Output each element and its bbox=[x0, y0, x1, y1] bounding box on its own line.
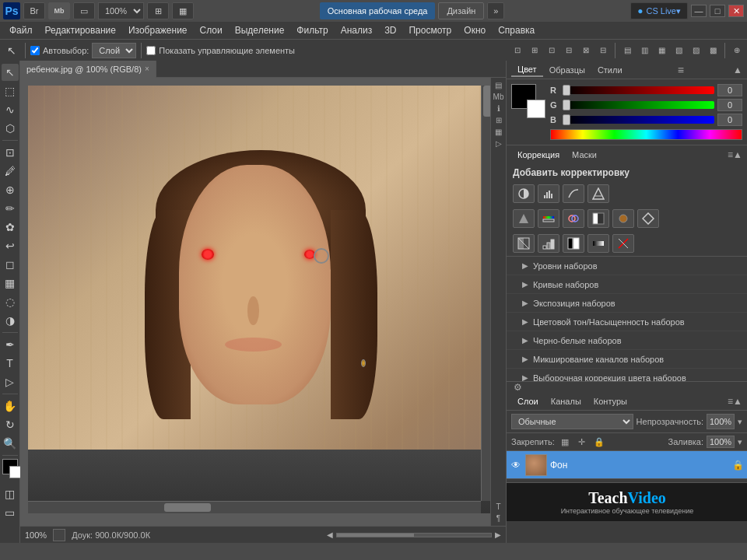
autoselect-checkbox[interactable] bbox=[30, 46, 40, 55]
menu-analysis[interactable]: Анализ bbox=[335, 22, 379, 39]
exposure-icon[interactable] bbox=[587, 184, 609, 203]
list-item-hue-sat[interactable]: ▶ Цветовой тон/Насыщенность наборов bbox=[507, 313, 747, 331]
selective-color-icon[interactable] bbox=[612, 234, 634, 253]
list-item-curves[interactable]: ▶ Кривые наборов bbox=[507, 275, 747, 294]
restore-button[interactable]: □ bbox=[710, 5, 725, 17]
blur-tool[interactable]: ◌ bbox=[2, 293, 19, 310]
correction-panel-menu[interactable]: ≡ bbox=[728, 149, 733, 160]
move-tool[interactable]: ↖ bbox=[2, 64, 19, 81]
list-item-channel[interactable]: ▶ Микширование каналов наборов bbox=[507, 350, 747, 369]
color-balance-icon[interactable] bbox=[563, 209, 584, 228]
vibrance-icon[interactable] bbox=[513, 209, 535, 228]
red-slider[interactable] bbox=[563, 86, 714, 94]
tab-paths[interactable]: Контуры bbox=[587, 395, 633, 408]
marquee-tool[interactable]: ⬚ bbox=[2, 82, 19, 100]
panel-toggle-nav[interactable]: ⊞ bbox=[496, 116, 502, 124]
next-button[interactable]: ▶ bbox=[495, 530, 501, 539]
document-tab[interactable]: ребенок.jpg @ 100% (RGB/8) × bbox=[20, 61, 156, 78]
hue-saturation-icon[interactable] bbox=[538, 209, 559, 228]
list-item-exposure[interactable]: ▶ Экспозиция наборов bbox=[507, 294, 747, 313]
layers-panel-menu[interactable]: ≡ bbox=[728, 396, 733, 407]
transform-icon[interactable]: ⊕ bbox=[730, 44, 744, 58]
hand-tool[interactable]: ✋ bbox=[2, 397, 19, 415]
panel-toggle-act[interactable]: ▷ bbox=[496, 139, 502, 148]
tab-styles[interactable]: Стили bbox=[591, 64, 629, 76]
menu-edit[interactable]: Редактирование bbox=[39, 22, 122, 39]
menu-layers[interactable]: Слои bbox=[194, 22, 229, 39]
list-item-selective[interactable]: ▶ Выборочная коррекция цвета наборов bbox=[507, 369, 747, 381]
color-panel-collapse[interactable]: ▲ bbox=[733, 65, 742, 75]
fill-input[interactable] bbox=[707, 436, 735, 448]
gradient-tool[interactable]: ▦ bbox=[2, 275, 19, 292]
pen-tool[interactable]: ✒ bbox=[2, 336, 19, 353]
zoom-tool[interactable]: 🔍 bbox=[2, 435, 19, 452]
distribute-left-icon[interactable]: ▤ bbox=[620, 44, 634, 58]
heal-tool[interactable]: ⊕ bbox=[2, 181, 19, 198]
blue-value-input[interactable] bbox=[717, 114, 742, 126]
workspace-button[interactable]: Основная рабочая среда bbox=[320, 2, 436, 19]
menu-image[interactable]: Изображение bbox=[122, 22, 194, 39]
clone-tool[interactable]: ✿ bbox=[2, 219, 19, 236]
eraser-tool[interactable]: ◻ bbox=[2, 256, 19, 273]
blend-mode-select[interactable]: Обычные bbox=[511, 414, 633, 429]
lock-position-icon[interactable]: ✛ bbox=[575, 435, 589, 449]
panel-toggle-char[interactable]: ¶ bbox=[496, 514, 500, 523]
tab-layers[interactable]: Слои bbox=[511, 395, 545, 408]
list-item-bw[interactable]: ▶ Черно-белые наборов bbox=[507, 331, 747, 350]
screen-mode-button[interactable]: ▭ bbox=[73, 2, 95, 19]
extend-button[interactable]: » bbox=[487, 2, 504, 19]
color-spectrum-bar[interactable] bbox=[550, 129, 742, 140]
cs-live-button[interactable]: ● CS Live▾ bbox=[630, 2, 688, 19]
canvas-container[interactable]: ▤ Mb ℹ ⊞ ▦ ▷ T ¶ bbox=[20, 78, 506, 526]
tab-color[interactable]: Цвет bbox=[511, 63, 543, 77]
tab-channels[interactable]: Каналы bbox=[545, 395, 587, 408]
gradient-map-icon[interactable] bbox=[587, 234, 609, 253]
quick-mask-tool[interactable]: ◫ bbox=[2, 485, 19, 502]
tab-correction[interactable]: Коррекция bbox=[511, 149, 566, 161]
minimize-button[interactable]: — bbox=[691, 5, 707, 17]
prev-button[interactable]: ◀ bbox=[327, 530, 333, 539]
align-top-icon[interactable]: ⊟ bbox=[562, 44, 576, 58]
tab-swatches[interactable]: Образцы bbox=[543, 64, 591, 76]
red-thumb[interactable] bbox=[563, 85, 570, 96]
proof-icon[interactable] bbox=[53, 529, 65, 541]
lasso-tool[interactable]: ∿ bbox=[2, 101, 19, 118]
curves-icon[interactable] bbox=[563, 184, 584, 203]
align-left-icon[interactable]: ⊡ bbox=[510, 44, 524, 58]
threshold-icon[interactable] bbox=[563, 234, 584, 253]
horizontal-scrollbar[interactable] bbox=[28, 501, 481, 513]
menu-select[interactable]: Выделение bbox=[229, 22, 291, 39]
arrange-button[interactable]: ⊞ bbox=[147, 2, 169, 19]
menu-3d[interactable]: 3D bbox=[378, 22, 402, 39]
distribute-center-icon[interactable]: ▥ bbox=[637, 44, 651, 58]
panel-toggle-color[interactable]: ▤ bbox=[495, 81, 502, 89]
dodge-tool[interactable]: ◑ bbox=[2, 312, 19, 329]
menu-window[interactable]: Окно bbox=[458, 22, 492, 39]
align-bottom-icon[interactable]: ⊟ bbox=[596, 44, 610, 58]
bw-icon[interactable] bbox=[587, 209, 609, 228]
panel-toggle-tool[interactable]: T bbox=[496, 502, 500, 511]
layer-visibility-icon[interactable]: 👁 bbox=[510, 459, 522, 471]
menu-file[interactable]: Файл bbox=[3, 22, 39, 39]
zoom-select[interactable]: 100% bbox=[98, 2, 144, 19]
tab-masks[interactable]: Маски bbox=[566, 149, 603, 161]
align-right-icon[interactable]: ⊡ bbox=[545, 44, 559, 58]
list-item-levels[interactable]: ▶ Уровни наборов bbox=[507, 257, 747, 275]
show-controls-checkbox[interactable] bbox=[146, 46, 156, 55]
menu-view[interactable]: Просмотр bbox=[402, 22, 458, 39]
panel-toggle-mb[interactable]: Mb bbox=[493, 93, 504, 101]
tab-close-button[interactable]: × bbox=[145, 65, 149, 73]
blue-slider[interactable] bbox=[563, 116, 714, 124]
rotate-tool[interactable]: ↻ bbox=[2, 416, 19, 433]
quick-select-tool[interactable]: ⬡ bbox=[2, 120, 19, 137]
align-center-icon[interactable]: ⊞ bbox=[528, 44, 542, 58]
levels-icon[interactable] bbox=[538, 184, 559, 203]
blue-thumb[interactable] bbox=[563, 114, 570, 125]
lock-pixels-icon[interactable]: ▦ bbox=[558, 435, 572, 449]
correction-panel-collapse[interactable]: ▲ bbox=[733, 149, 742, 160]
red-value-input[interactable] bbox=[717, 84, 742, 96]
brightness-contrast-icon[interactable] bbox=[513, 184, 535, 203]
invert-icon[interactable] bbox=[513, 234, 535, 253]
color-panel-menu[interactable]: ≡ bbox=[678, 64, 684, 76]
layer-background[interactable]: 👁 Фон 🔒 bbox=[507, 451, 747, 479]
